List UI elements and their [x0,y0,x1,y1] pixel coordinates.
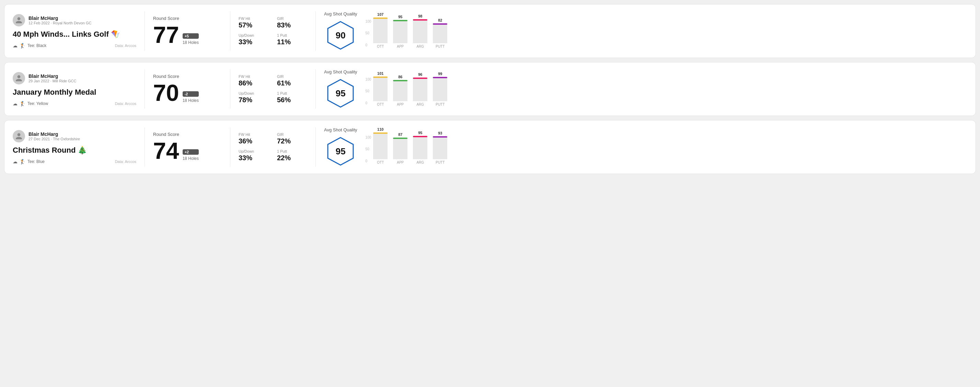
fw-hit-stat: FW Hit 86% [239,75,269,87]
left-section: Blair McHarg 29 Jan 2022 · Mill Ride GCC… [13,72,136,106]
bar-bg-2 [413,19,427,43]
quality-left: Avg Shot Quality 90 [324,11,357,51]
oneputt-value: 11% [277,38,307,46]
golf-bag-icon: 🏌 [19,159,25,164]
stats-grid: FW Hit 57% GIR 83% Up/Down 33% 1 Putt 11… [239,16,307,46]
user-header: Blair McHarg 12 Feb 2022 · Royal North D… [13,14,136,26]
y-label-100: 100 [366,19,371,23]
bar-value-2: 96 [418,72,422,76]
fw-hit-value: 57% [239,21,269,29]
bar-line-3 [433,77,447,78]
score-number: 77 [153,23,179,46]
fw-hit-value: 36% [239,137,269,145]
gir-stat: GIR 61% [277,75,307,87]
bar-col-3: 93 PUTT [433,131,447,164]
bar-bg-0 [373,76,388,101]
hex-score: 90 [336,30,346,41]
bar-label-2: ARG [416,160,424,164]
tee-label: Tee: Yellow [27,101,48,106]
chart-section: 100 50 0 107 OTT 95 [366,14,967,48]
quality-left: Avg Shot Quality 95 [324,69,357,109]
score-holes: 18 Holes [183,40,199,45]
round-score-label: Round Score [153,132,222,137]
divider-3 [315,127,316,167]
divider-3 [315,11,316,51]
stats-section: FW Hit 57% GIR 83% Up/Down 33% 1 Putt 11… [239,16,307,46]
user-info: Blair McHarg 27 Dec 2021 · The Oxfordshi… [29,132,80,141]
chart-section: 100 50 0 101 OTT 86 [366,72,967,106]
round-score-label: Round Score [153,16,222,21]
bar-label-2: ARG [416,44,424,48]
avatar [13,14,25,26]
quality-section: Avg Shot Quality 90 100 50 0 107 OTT [324,11,967,51]
bar-col-2: 95 ARG [413,131,427,164]
bar-label-2: ARG [416,103,424,106]
date-course: 12 Feb 2022 · Royal North Devon GC [29,21,91,25]
fw-hit-label: FW Hit [239,16,269,21]
oneputt-stat: 1 Putt 56% [277,91,307,104]
tee-row: ☁ 🏌 Tee: Yellow Data: Arccos [13,101,136,106]
gir-value: 83% [277,21,307,29]
bar-col-3: 99 PUTT [433,72,447,106]
bar-label-1: APP [397,44,404,48]
tee-info: ☁ 🏌 Tee: Yellow [13,101,48,106]
bar-chart: 107 OTT 95 APP [373,14,447,48]
bar-col-0: 110 OTT [373,127,388,164]
hexagon: 90 [325,20,356,51]
bar-value-0: 101 [377,71,383,76]
stats-section: FW Hit 86% GIR 61% Up/Down 78% 1 Putt 56… [239,75,307,104]
fw-hit-stat: FW Hit 57% [239,16,269,29]
score-holes: 18 Holes [183,98,199,103]
date-course: 29 Jan 2022 · Mill Ride GCC [29,79,76,83]
quality-section: Avg Shot Quality 95 100 50 0 101 OTT [324,69,967,109]
quality-label: Avg Shot Quality [324,127,357,132]
tee-row: ☁ 🏌 Tee: Black Data: Arccos [13,43,136,48]
round-card-2: Blair McHarg 29 Jan 2022 · Mill Ride GCC… [4,62,976,116]
score-main: 74 +2 18 Holes [153,139,222,162]
user-icon [15,16,23,24]
bar-value-1: 86 [398,75,402,79]
chart-wrapper: 100 50 0 101 OTT 86 [366,72,967,106]
hexagon-container: 95 [324,78,357,109]
score-number: 74 [153,139,179,162]
y-axis-labels: 100 50 0 [366,19,371,47]
bar-line-2 [413,78,427,79]
bar-value-0: 110 [377,127,383,132]
chart-wrapper: 100 50 0 110 OTT 87 [366,130,967,164]
user-header: Blair McHarg 27 Dec 2021 · The Oxfordshi… [13,130,136,143]
bar-bg-3 [433,77,447,101]
bar-bg-2 [413,136,427,159]
score-diff: +5 [183,33,199,39]
oneputt-label: 1 Putt [277,91,307,95]
bar-line-1 [393,138,407,139]
bar-line-3 [433,23,447,25]
bar-bg-0 [373,132,388,159]
divider-1 [145,127,145,167]
bar-line-2 [413,136,427,137]
updown-stat: Up/Down 78% [239,91,269,104]
weather-icon: ☁ [13,159,18,164]
bar-line-0 [373,76,388,78]
data-source: Data: Arccos [115,102,136,106]
y-label-50: 50 [366,31,371,35]
bar-bg-1 [393,138,407,159]
round-card-1: Blair McHarg 12 Feb 2022 · Royal North D… [4,4,976,58]
bar-value-2: 95 [418,131,422,135]
bar-label-3: PUTT [436,103,444,106]
y-axis-labels: 100 50 0 [366,78,371,105]
user-name: Blair McHarg [29,16,91,21]
quality-label: Avg Shot Quality [324,11,357,16]
stats-grid: FW Hit 86% GIR 61% Up/Down 78% 1 Putt 56… [239,75,307,104]
score-detail: +5 18 Holes [183,33,199,46]
divider-1 [145,11,145,51]
y-label-50: 50 [366,147,371,151]
gir-label: GIR [277,132,307,136]
bar-label-1: APP [397,160,404,164]
bar-value-0: 107 [377,12,383,16]
data-source: Data: Arccos [115,160,136,163]
bar-bg-3 [433,136,447,159]
user-name: Blair McHarg [29,73,76,79]
bar-value-1: 87 [398,132,402,136]
bar-value-2: 98 [418,14,422,18]
bar-value-3: 82 [438,18,442,22]
